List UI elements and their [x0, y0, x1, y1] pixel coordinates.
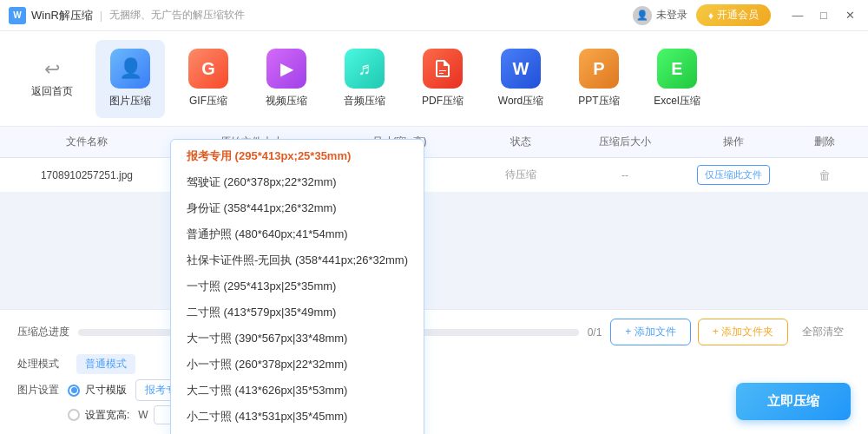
- th-status: 状态: [469, 135, 573, 149]
- progress-buttons: + 添加文件 + 添加文件夹 全部清空: [610, 319, 851, 345]
- close-button[interactable]: ✕: [840, 6, 859, 25]
- back-arrow-icon: ↩: [44, 58, 60, 81]
- compress-button[interactable]: 立即压缩: [736, 383, 851, 420]
- td-filename: 1708910257251.jpg: [0, 169, 174, 181]
- pdf-label: PDF压缩: [422, 94, 464, 108]
- radio-size-label: 尺寸模版: [85, 383, 127, 398]
- toolbar-word[interactable]: W Word压缩: [486, 40, 556, 118]
- video-icon: ▶: [280, 58, 293, 79]
- dropdown-item-shenfenzheng[interactable]: 身份证 (358*441px;26*32mm): [171, 195, 424, 221]
- image-settings-label: 图片设置: [17, 383, 59, 398]
- ppt-label: PPT压缩: [578, 94, 619, 108]
- dropdown-item-jiashizheng[interactable]: 驾驶证 (260*378px;22*32mm): [171, 169, 424, 195]
- settings-row: 处理模式 普通模式: [17, 354, 851, 374]
- maximize-button[interactable]: □: [814, 6, 833, 25]
- table-header: 文件名称 原始文件大小 尺寸(宽×高) 状态 压缩后大小 操作 删除: [0, 127, 868, 158]
- image-icon: 👤: [119, 57, 142, 80]
- vip-icon: ♦: [708, 10, 713, 22]
- app-slogan: 无捆绑、无广告的解压缩软件: [109, 8, 245, 23]
- login-button[interactable]: 👤 未登录: [633, 6, 687, 25]
- login-label: 未登录: [656, 8, 687, 23]
- progress-row: 压缩总进度 0/1 + 添加文件 + 添加文件夹 全部清空: [17, 319, 851, 345]
- vip-label: 开通会员: [717, 8, 759, 23]
- gif-icon: G: [201, 59, 215, 79]
- processing-mode-label: 处理模式: [17, 357, 59, 372]
- radio-width-circle: [68, 409, 80, 421]
- radio-size-dot: [71, 387, 77, 393]
- td-delete: 🗑: [790, 168, 859, 182]
- compress-file-button[interactable]: 仅压缩此文件: [697, 165, 770, 185]
- toolbar-image[interactable]: 👤 图片压缩: [95, 40, 165, 118]
- radio-set-width[interactable]: 设置宽高:: [68, 408, 129, 423]
- avatar: 👤: [633, 6, 652, 25]
- word-label: Word压缩: [498, 94, 543, 108]
- th-operation: 操作: [677, 135, 790, 149]
- titlebar: W WinR解压缩 | 无捆绑、无广告的解压缩软件 👤 未登录 ♦ 开通会员 —…: [0, 0, 868, 31]
- dropdown-item-xiaoyicun[interactable]: 小一寸照 (260*378px|22*32mm): [171, 352, 424, 378]
- radio-width-label: 设置宽高:: [85, 408, 129, 423]
- table-row: 1708910257251.jpg 待压缩 -- 仅压缩此文件 🗑: [0, 158, 868, 193]
- width-label: W: [138, 409, 148, 421]
- delete-icon[interactable]: 🗑: [819, 168, 831, 182]
- td-status: 待压缩: [469, 168, 573, 182]
- radio-size-model[interactable]: 尺寸模版: [68, 383, 127, 398]
- ppt-icon: P: [593, 59, 604, 79]
- dropdown-item-sancun[interactable]: 三寸照 (650*992px|55*84mm): [171, 430, 424, 434]
- vip-button[interactable]: ♦ 开通会员: [696, 4, 771, 26]
- clear-button[interactable]: 全部清空: [795, 319, 851, 345]
- td-compressed: --: [573, 169, 677, 181]
- dropdown-item-dayicun[interactable]: 大一寸照 (390*567px|33*48mm): [171, 326, 424, 352]
- word-icon: W: [513, 59, 529, 79]
- excel-label: Excel压缩: [654, 94, 700, 108]
- dropdown-item-yicun[interactable]: 一寸照 (295*413px|25*35mm): [171, 273, 424, 299]
- video-label: 视频压缩: [266, 94, 307, 108]
- progress-label: 压缩总进度: [17, 325, 69, 339]
- image-label: 图片压缩: [109, 94, 151, 108]
- toolbar: ↩ 返回首页 👤 图片压缩 G GIF压缩 ▶ 视频压缩 ♬ 音频压缩: [0, 31, 868, 127]
- add-folder-button[interactable]: + 添加文件夹: [698, 319, 788, 345]
- app-name: WinR解压缩: [31, 8, 93, 23]
- toolbar-pdf[interactable]: PDF压缩: [408, 40, 477, 118]
- dropdown-item-baokao[interactable]: 报考专用 (295*413px;25*35mm): [171, 143, 424, 169]
- title-sep: |: [100, 9, 102, 22]
- dropdown-item-daercun[interactable]: 大二寸照 (413*626px|35*53mm): [171, 378, 424, 404]
- gif-label: GIF压缩: [189, 94, 227, 108]
- dropdown-item-xiaoercun[interactable]: 小二寸照 (413*531px|35*45mm): [171, 404, 424, 430]
- app-logo: W: [9, 7, 26, 24]
- dropdown-item-putonghuzhao[interactable]: 普通护照 (480*640px;41*54mm): [171, 221, 424, 247]
- toolbar-audio[interactable]: ♬ 音频压缩: [330, 40, 399, 118]
- progress-count: 0/1: [588, 326, 602, 339]
- size-row: 图片设置 设置宽高: W ▲ ▼ H ▲ ▼ 像素 毫米: [17, 404, 851, 425]
- img-settings-row: 图片设置 尺寸模版 报考专用 (295*413px;25*35mm) ▲: [17, 379, 851, 401]
- processing-mode-value[interactable]: 普通模式: [76, 354, 135, 374]
- back-label: 返回首页: [31, 84, 73, 99]
- excel-icon: E: [671, 59, 682, 79]
- toolbar-gif[interactable]: G GIF压缩: [174, 40, 243, 118]
- pdf-icon: [432, 58, 453, 79]
- dropdown-item-shebaoka[interactable]: 社保卡证件照-无回执 (358*441px;26*32mm): [171, 247, 424, 273]
- toolbar-excel[interactable]: E Excel压缩: [642, 40, 712, 118]
- back-button[interactable]: ↩ 返回首页: [17, 40, 87, 118]
- audio-icon: ♬: [358, 59, 372, 79]
- audio-label: 音频压缩: [344, 94, 385, 108]
- preset-dropdown: 报考专用 (295*413px;25*35mm) 驾驶证 (260*378px;…: [170, 139, 424, 434]
- th-compressed: 压缩后大小: [573, 135, 677, 149]
- radio-size-circle: [68, 385, 80, 397]
- dropdown-item-ercun[interactable]: 二寸照 (413*579px|35*49mm): [171, 299, 424, 326]
- minimize-button[interactable]: —: [788, 6, 807, 25]
- titlebar-right: 👤 未登录 ♦ 开通会员 — □ ✕: [633, 4, 859, 26]
- toolbar-video[interactable]: ▶ 视频压缩: [252, 40, 321, 118]
- th-delete: 删除: [790, 135, 859, 149]
- window-controls: — □ ✕: [788, 6, 859, 25]
- td-operation: 仅压缩此文件: [677, 165, 790, 185]
- add-file-button[interactable]: + 添加文件: [610, 319, 690, 345]
- th-filename: 文件名称: [0, 135, 174, 149]
- toolbar-ppt[interactable]: P PPT压缩: [564, 40, 634, 118]
